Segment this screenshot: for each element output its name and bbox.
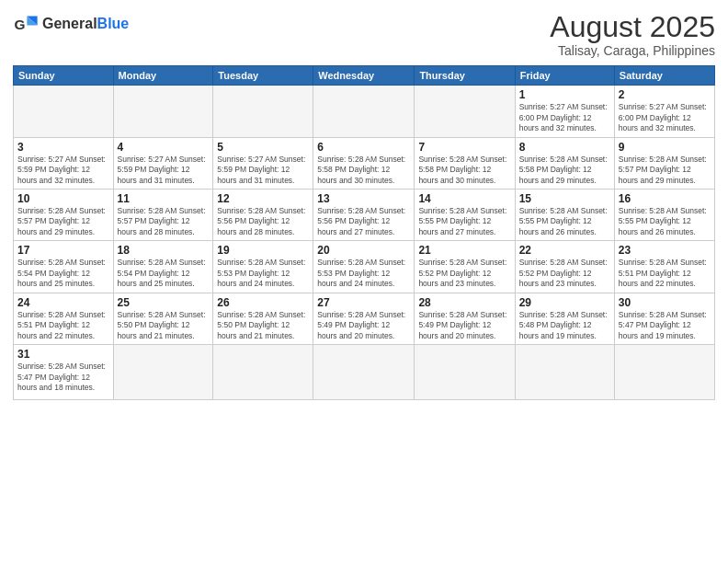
table-row: 9Sunrise: 5:28 AM Sunset: 5:57 PM Daylig… [614, 137, 714, 189]
day-number: 18 [118, 244, 210, 257]
day-number: 17 [17, 244, 109, 257]
day-number: 12 [217, 192, 309, 205]
header-row: Sunday Monday Tuesday Wednesday Thursday… [14, 66, 715, 86]
day-info: Sunrise: 5:28 AM Sunset: 5:56 PM Dayligh… [217, 206, 309, 237]
day-info: Sunrise: 5:28 AM Sunset: 5:54 PM Dayligh… [118, 258, 210, 289]
day-info: Sunrise: 5:27 AM Sunset: 6:00 PM Dayligh… [519, 102, 610, 133]
day-number: 8 [519, 141, 610, 154]
table-row: 12Sunrise: 5:28 AM Sunset: 5:56 PM Dayli… [213, 190, 313, 241]
day-info: Sunrise: 5:28 AM Sunset: 5:57 PM Dayligh… [619, 155, 711, 186]
table-row [415, 345, 515, 400]
day-info: Sunrise: 5:28 AM Sunset: 5:51 PM Dayligh… [17, 310, 109, 341]
day-number: 6 [317, 141, 410, 154]
table-row: 31Sunrise: 5:28 AM Sunset: 5:47 PM Dayli… [14, 345, 114, 400]
location: Talisay, Caraga, Philippines [550, 43, 715, 58]
calendar-header: Sunday Monday Tuesday Wednesday Thursday… [14, 66, 715, 86]
day-number: 31 [17, 348, 109, 361]
table-row: 21Sunrise: 5:28 AM Sunset: 5:52 PM Dayli… [415, 241, 515, 293]
day-number: 4 [118, 141, 210, 154]
col-saturday: Saturday [614, 66, 714, 86]
table-row: 18Sunrise: 5:28 AM Sunset: 5:54 PM Dayli… [113, 241, 213, 293]
day-number: 13 [317, 192, 410, 205]
table-row [313, 345, 415, 400]
table-row: 6Sunrise: 5:28 AM Sunset: 5:58 PM Daylig… [313, 137, 415, 189]
day-number: 28 [418, 296, 510, 309]
col-sunday: Sunday [14, 66, 114, 86]
day-info: Sunrise: 5:28 AM Sunset: 5:53 PM Dayligh… [317, 258, 410, 289]
table-row: 7Sunrise: 5:28 AM Sunset: 5:58 PM Daylig… [415, 137, 515, 189]
logo: G GeneralBlue [13, 11, 129, 37]
day-info: Sunrise: 5:28 AM Sunset: 5:50 PM Dayligh… [118, 310, 210, 341]
table-row [14, 86, 114, 137]
day-number: 2 [619, 88, 711, 101]
day-info: Sunrise: 5:28 AM Sunset: 5:49 PM Dayligh… [317, 310, 410, 341]
col-friday: Friday [515, 66, 614, 86]
table-row [113, 345, 213, 400]
day-info: Sunrise: 5:28 AM Sunset: 5:47 PM Dayligh… [17, 362, 109, 393]
day-info: Sunrise: 5:28 AM Sunset: 5:48 PM Dayligh… [519, 310, 610, 341]
day-number: 24 [17, 296, 109, 309]
table-row: 11Sunrise: 5:28 AM Sunset: 5:57 PM Dayli… [113, 190, 213, 241]
day-number: 15 [519, 192, 610, 205]
day-number: 22 [519, 244, 610, 257]
header: G GeneralBlue August 2025 Talisay, Carag… [13, 11, 715, 58]
day-info: Sunrise: 5:28 AM Sunset: 5:49 PM Dayligh… [418, 310, 510, 341]
day-info: Sunrise: 5:28 AM Sunset: 5:55 PM Dayligh… [619, 206, 711, 237]
day-number: 10 [17, 192, 109, 205]
day-info: Sunrise: 5:27 AM Sunset: 6:00 PM Dayligh… [619, 102, 711, 133]
table-row [213, 345, 313, 400]
table-row: 4Sunrise: 5:27 AM Sunset: 5:59 PM Daylig… [113, 137, 213, 189]
day-number: 9 [619, 141, 711, 154]
col-thursday: Thursday [415, 66, 515, 86]
table-row: 1Sunrise: 5:27 AM Sunset: 6:00 PM Daylig… [515, 86, 614, 137]
day-info: Sunrise: 5:28 AM Sunset: 5:51 PM Dayligh… [619, 258, 711, 289]
table-row [313, 86, 415, 137]
table-row: 8Sunrise: 5:28 AM Sunset: 5:58 PM Daylig… [515, 137, 614, 189]
calendar: Sunday Monday Tuesday Wednesday Thursday… [13, 65, 715, 400]
table-row [213, 86, 313, 137]
day-info: Sunrise: 5:28 AM Sunset: 5:56 PM Dayligh… [317, 206, 410, 237]
table-row: 15Sunrise: 5:28 AM Sunset: 5:55 PM Dayli… [515, 190, 614, 241]
table-row: 23Sunrise: 5:28 AM Sunset: 5:51 PM Dayli… [614, 241, 714, 293]
title-block: August 2025 Talisay, Caraga, Philippines [550, 11, 715, 58]
table-row: 25Sunrise: 5:28 AM Sunset: 5:50 PM Dayli… [113, 293, 213, 344]
day-info: Sunrise: 5:28 AM Sunset: 5:55 PM Dayligh… [519, 206, 610, 237]
table-row: 28Sunrise: 5:28 AM Sunset: 5:49 PM Dayli… [415, 293, 515, 344]
day-info: Sunrise: 5:28 AM Sunset: 5:47 PM Dayligh… [619, 310, 711, 341]
day-number: 11 [118, 192, 210, 205]
col-wednesday: Wednesday [313, 66, 415, 86]
day-number: 20 [317, 244, 410, 257]
table-row: 17Sunrise: 5:28 AM Sunset: 5:54 PM Dayli… [14, 241, 114, 293]
table-row: 10Sunrise: 5:28 AM Sunset: 5:57 PM Dayli… [14, 190, 114, 241]
table-row [515, 345, 614, 400]
day-info: Sunrise: 5:28 AM Sunset: 5:52 PM Dayligh… [519, 258, 610, 289]
logo-text: GeneralBlue [42, 16, 129, 32]
day-number: 3 [17, 141, 109, 154]
day-info: Sunrise: 5:28 AM Sunset: 5:55 PM Dayligh… [418, 206, 510, 237]
day-number: 21 [418, 244, 510, 257]
day-info: Sunrise: 5:27 AM Sunset: 5:59 PM Dayligh… [118, 155, 210, 186]
day-number: 19 [217, 244, 309, 257]
table-row [614, 345, 714, 400]
day-info: Sunrise: 5:28 AM Sunset: 5:58 PM Dayligh… [418, 155, 510, 186]
day-info: Sunrise: 5:28 AM Sunset: 5:58 PM Dayligh… [519, 155, 610, 186]
day-info: Sunrise: 5:28 AM Sunset: 5:57 PM Dayligh… [17, 206, 109, 237]
day-info: Sunrise: 5:28 AM Sunset: 5:52 PM Dayligh… [418, 258, 510, 289]
table-row: 29Sunrise: 5:28 AM Sunset: 5:48 PM Dayli… [515, 293, 614, 344]
svg-text:G: G [14, 17, 25, 32]
table-row: 14Sunrise: 5:28 AM Sunset: 5:55 PM Dayli… [415, 190, 515, 241]
page: G GeneralBlue August 2025 Talisay, Carag… [0, 0, 728, 563]
day-number: 23 [619, 244, 711, 257]
table-row: 22Sunrise: 5:28 AM Sunset: 5:52 PM Dayli… [515, 241, 614, 293]
table-row: 27Sunrise: 5:28 AM Sunset: 5:49 PM Dayli… [313, 293, 415, 344]
table-row: 2Sunrise: 5:27 AM Sunset: 6:00 PM Daylig… [614, 86, 714, 137]
table-row: 3Sunrise: 5:27 AM Sunset: 5:59 PM Daylig… [14, 137, 114, 189]
table-row: 5Sunrise: 5:27 AM Sunset: 5:59 PM Daylig… [213, 137, 313, 189]
day-info: Sunrise: 5:28 AM Sunset: 5:58 PM Dayligh… [317, 155, 410, 186]
table-row: 30Sunrise: 5:28 AM Sunset: 5:47 PM Dayli… [614, 293, 714, 344]
day-number: 7 [418, 141, 510, 154]
table-row: 20Sunrise: 5:28 AM Sunset: 5:53 PM Dayli… [313, 241, 415, 293]
day-number: 30 [619, 296, 711, 309]
day-number: 16 [619, 192, 711, 205]
day-number: 26 [217, 296, 309, 309]
